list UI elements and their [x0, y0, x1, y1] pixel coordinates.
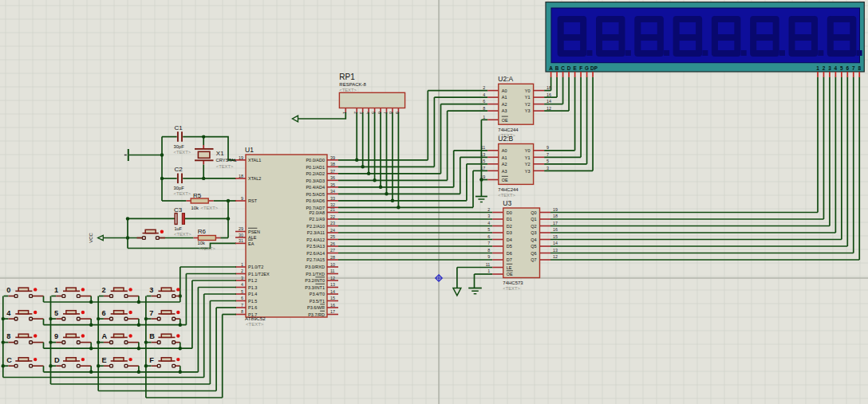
svg-text:2: 2 [483, 85, 485, 90]
svg-text:7: 7 [149, 309, 153, 317]
svg-text:11: 11 [486, 262, 491, 267]
svg-text:Q2: Q2 [531, 224, 536, 229]
svg-text:D: D [567, 65, 571, 71]
svg-text:30pF: 30pF [174, 144, 185, 149]
svg-text:A3: A3 [502, 108, 507, 113]
svg-text:C2: C2 [175, 166, 183, 173]
svg-text:A: A [549, 65, 553, 71]
svg-text:P2.0/A8: P2.0/A8 [309, 210, 325, 215]
svg-text:D2: D2 [507, 224, 512, 229]
svg-text:2: 2 [823, 65, 826, 71]
svg-text:12: 12 [546, 106, 551, 111]
svg-text:P0.4/AD4: P0.4/AD4 [306, 185, 325, 190]
svg-text:7: 7 [546, 152, 549, 157]
svg-text:7: 7 [383, 112, 388, 114]
svg-text:Q4: Q4 [531, 237, 536, 242]
svg-text:18: 18 [239, 174, 243, 178]
svg-text:1: 1 [54, 286, 58, 294]
svg-text:10k: 10k [198, 241, 205, 245]
svg-text:DP: DP [590, 65, 598, 71]
svg-text:2: 2 [487, 207, 490, 212]
svg-text:9: 9 [241, 196, 243, 201]
svg-text:19: 19 [553, 207, 558, 212]
svg-text:A0: A0 [502, 88, 507, 93]
svg-text:EA: EA [248, 241, 254, 246]
svg-text:P3.0/RXD: P3.0/RXD [306, 265, 325, 269]
svg-text:Y2: Y2 [525, 162, 531, 167]
svg-text:74HC244: 74HC244 [498, 127, 519, 132]
svg-text:15: 15 [480, 159, 485, 163]
svg-text:9: 9 [54, 332, 58, 340]
svg-text:D7: D7 [507, 257, 512, 262]
svg-text:P0.1/AD1: P0.1/AD1 [306, 165, 325, 170]
svg-text:P1.1/T2EX: P1.1/T2EX [248, 272, 270, 277]
svg-text:1: 1 [816, 65, 819, 71]
svg-text:C: C [6, 356, 12, 364]
svg-text:19: 19 [480, 175, 485, 179]
svg-text:D1: D1 [507, 217, 512, 222]
svg-text:6: 6 [483, 99, 485, 104]
svg-text:10k: 10k [191, 206, 199, 210]
svg-text:OE: OE [502, 178, 508, 182]
svg-text:6: 6 [377, 112, 382, 114]
svg-text:Y2: Y2 [525, 102, 531, 107]
svg-text:4: 4 [834, 65, 838, 71]
svg-text:<TEXT>: <TEXT> [174, 150, 191, 155]
svg-text:P2.1/A9: P2.1/A9 [309, 217, 325, 222]
svg-text:<TEXT>: <TEXT> [198, 246, 215, 251]
svg-text:9: 9 [546, 145, 549, 150]
svg-text:32: 32 [330, 202, 335, 207]
svg-text:14: 14 [330, 289, 335, 294]
svg-text:2: 2 [353, 112, 358, 114]
svg-text:13: 13 [553, 248, 558, 253]
svg-text:A0: A0 [502, 148, 507, 153]
svg-text:P1.3: P1.3 [248, 285, 257, 290]
svg-text:U2:A: U2:A [498, 75, 513, 83]
svg-text:15: 15 [330, 296, 335, 300]
svg-text:1: 1 [241, 262, 243, 267]
svg-text:<TEXT>: <TEXT> [339, 88, 357, 92]
svg-text:P1.2: P1.2 [248, 278, 257, 283]
svg-text:3: 3 [546, 166, 549, 171]
svg-text:7: 7 [241, 303, 243, 308]
svg-text:14: 14 [553, 241, 558, 245]
svg-text:<TEXT>: <TEXT> [498, 193, 515, 198]
svg-text:RST: RST [248, 198, 258, 203]
svg-text:P3.7/RD: P3.7/RD [308, 312, 325, 317]
svg-text:33: 33 [330, 196, 335, 201]
svg-text:74HC244: 74HC244 [498, 187, 519, 192]
svg-text:2: 2 [102, 286, 106, 294]
svg-text:8: 8 [241, 309, 243, 314]
svg-text:16: 16 [330, 303, 335, 308]
svg-text:RESPACK-8: RESPACK-8 [339, 82, 366, 87]
svg-text:11: 11 [330, 269, 335, 273]
svg-text:13: 13 [330, 282, 335, 287]
svg-text:P1.7: P1.7 [248, 312, 257, 317]
svg-text:D0: D0 [507, 210, 512, 215]
svg-text:3: 3 [487, 214, 490, 218]
svg-text:7: 7 [852, 65, 855, 71]
svg-text:R5: R5 [193, 192, 202, 199]
svg-text:8: 8 [6, 332, 10, 340]
svg-text:6: 6 [241, 296, 243, 300]
svg-text:8: 8 [858, 65, 861, 71]
svg-text:E: E [102, 356, 107, 364]
svg-text:13: 13 [480, 152, 485, 157]
svg-text:8: 8 [389, 112, 393, 114]
svg-text:A2: A2 [502, 102, 507, 107]
svg-text:P0.3/AD3: P0.3/AD3 [306, 178, 325, 183]
svg-text:G: G [585, 65, 589, 71]
svg-text:F: F [149, 356, 154, 364]
svg-text:35: 35 [330, 182, 335, 187]
svg-text:Y3: Y3 [525, 108, 531, 113]
svg-text:5: 5 [546, 159, 549, 163]
svg-text:12: 12 [553, 254, 558, 259]
svg-text:U2:B: U2:B [498, 135, 513, 143]
svg-text:5: 5 [840, 65, 843, 71]
svg-text:Q3: Q3 [531, 230, 536, 235]
svg-text:3: 3 [828, 65, 831, 71]
svg-text:XTAL2: XTAL2 [248, 176, 261, 181]
svg-text:14: 14 [546, 99, 551, 104]
svg-text:3: 3 [149, 286, 153, 294]
svg-text:P1.6: P1.6 [248, 305, 257, 310]
